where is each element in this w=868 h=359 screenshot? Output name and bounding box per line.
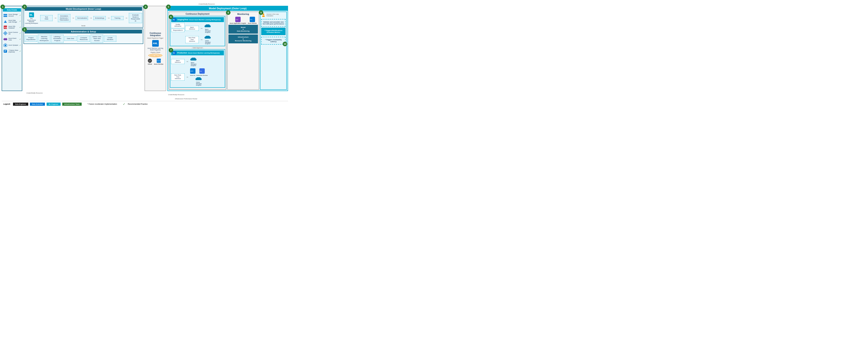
legend-data-scientist: Data Scientist xyxy=(30,103,45,106)
create-modify-right-text: Create/Modify Resources xyxy=(168,94,184,95)
app-insights-label: Azure Application Insights xyxy=(230,23,246,24)
svg-rect-16 xyxy=(4,50,6,51)
svg-text:ML: ML xyxy=(30,14,33,16)
section-number-2: 2 xyxy=(22,27,27,32)
batch-inference-row: BatchInference → BatchManagedEndpoint xyxy=(185,24,212,33)
svg-text:SQL: SQL xyxy=(4,26,8,28)
register-model-label: Register Model xyxy=(151,52,160,53)
legend-ml-engineer: ML Engineer xyxy=(46,103,61,106)
legend-label-text: Legend: xyxy=(3,103,10,105)
section-number-8: 8 xyxy=(226,10,230,15)
section-number-4: 4 xyxy=(143,4,148,9)
legend-check-icon: ✓ xyxy=(123,102,125,106)
azure-monitor-item: Mon Azure Monitor xyxy=(248,17,257,24)
synapse-icon xyxy=(3,43,8,48)
admin-box: 2 Administration & Setup ProjectReposito… xyxy=(24,28,143,44)
inner-dev-row: ML DevSecure Azure MachineLearning Works… xyxy=(25,12,142,24)
monitor-icons-row: AppI Azure Application Insights Mon Azur… xyxy=(228,17,258,24)
create-modify-label: Create/Modify Resources xyxy=(22,92,126,96)
alerts-box: 9 Human in the Loop Evaluation Validate … xyxy=(260,11,287,90)
arrow-batch-prod: → xyxy=(186,60,189,63)
svg-rect-10 xyxy=(4,38,5,40)
data-item-sql: SQL Azure SQL Database ✓ xyxy=(3,25,21,30)
cd-box: Continuous Deployment 6 ML Staging/Test … xyxy=(169,11,226,90)
legend-future-note: * Future Accelerator Implementation xyxy=(87,103,117,105)
staging-subtitle: Secure Azure Machine Learning Workspace(… xyxy=(189,19,221,21)
model-data-monitoring: Model&Data Monitoring xyxy=(228,25,258,34)
outer-loop-box: 5 Model Deployment (Outer Loop) Continuo… xyxy=(167,6,288,91)
realtime-inference-box-staging: Near Real-TimeInference xyxy=(185,36,199,43)
devops-label: Azure DevOps xyxy=(154,63,163,65)
section-number-6: 6 xyxy=(169,15,173,19)
github-item: GH Github xyxy=(147,58,152,65)
section-number-3: 3 xyxy=(22,4,27,9)
admin-flow: ProjectRepositories MachineLearningWorks… xyxy=(25,35,142,43)
github-label: Github xyxy=(147,63,152,65)
section-number-5: 5 xyxy=(166,4,171,9)
dev-label-area: ML DevSecure Azure MachineLearning Works… xyxy=(25,12,38,24)
sql-label: Azure SQL Database xyxy=(8,26,19,29)
realtime-inference-prod: Near Real-TimeInference xyxy=(171,74,185,80)
arrow-2: → xyxy=(71,16,74,20)
eventhubs-icon xyxy=(3,37,8,42)
datalake-icon xyxy=(3,19,8,24)
cosmos-check: ✓ xyxy=(20,32,21,34)
data-item-eventhubs: Azure Event Hubs ✓ xyxy=(3,37,21,42)
ci-box: 4 Continuous Integration Model Registere… xyxy=(145,6,166,91)
synapse-label: Azure Synapse xyxy=(8,45,18,46)
batch-inference-prod-row: BatchInference → BatchManagedEndpoint xyxy=(171,57,208,66)
svg-text:DevOps: DevOps xyxy=(157,60,161,62)
production-box: 7 ML Production Secure Azure Machine Lea… xyxy=(170,49,225,88)
svg-rect-11 xyxy=(5,38,6,40)
flow-evaluate: EvaluateModel &Responsible AI xyxy=(129,13,142,23)
sql-icon: SQL xyxy=(3,25,8,30)
data-item-cosmos: Azure Cosmos DB ✓ xyxy=(3,31,21,36)
arrow-1: → xyxy=(54,16,57,20)
legend-bar: Legend: Data Engineer Data Scientist ML … xyxy=(2,101,288,107)
middle-area: 3 Model Development (Inner Loop) ML DevS… xyxy=(24,6,143,91)
flow-annotators: AnnotatorsSentences /Tokenization xyxy=(58,14,70,22)
flow-embeddings: Embeddings xyxy=(93,16,106,20)
staging-title: Staging/Test xyxy=(177,19,188,21)
outer-loop-content: Continuous Deployment 6 ML Staging/Test … xyxy=(168,11,288,91)
ci-title: Continuous Integration xyxy=(146,32,165,36)
flow-training: Training xyxy=(111,16,124,20)
storage-check: ✓ xyxy=(20,14,21,16)
ml-workspace-icon: ML xyxy=(29,12,34,18)
app-insights-item: AppI Azure Application Insights xyxy=(230,17,246,24)
svg-text:AML: AML xyxy=(153,42,158,45)
ci-icon-row: GH Github DevOps Azure DevOps xyxy=(147,58,163,65)
gated-approval-label: ↓ Gated Approval ↓ xyxy=(170,47,225,49)
batch-endpoint-label: BatchManagedEndpoint xyxy=(205,29,211,33)
arrow-batch: → xyxy=(200,27,203,30)
section-number-9: 9 xyxy=(259,10,263,15)
arrow-4: → xyxy=(107,16,110,20)
staging-content: QualityAssurance Responsible AI BatchInf… xyxy=(171,23,224,45)
datalake-check: ✓ xyxy=(20,20,21,22)
data-estate-box: 1 Data Estate Azure Storage Account ✓ Az… xyxy=(2,6,22,91)
spacer2 xyxy=(226,92,288,96)
production-subtitle: Secure Azure Machine Learning Workspace(… xyxy=(188,52,220,54)
svg-text:K8s: K8s xyxy=(200,71,202,72)
arrow-realtime-prod: → xyxy=(186,75,189,79)
legend-data-engineer: Data Engineer xyxy=(13,103,28,106)
azure-monitor-label: Azure Monitor xyxy=(248,23,257,24)
admin-ml-workspaces: MachineLearningWorkspaces xyxy=(38,35,50,43)
storage-label: Azure Storage Account xyxy=(8,13,19,17)
data-item-synapse: Azure Synapse ✓ xyxy=(3,43,21,48)
arrow-5: → xyxy=(125,16,128,20)
data-item-featurestore: * Feature Store (Optional) ✓ xyxy=(3,49,21,54)
staging-title-bar: ML Staging/Test Secure Azure Machine Lea… xyxy=(171,17,224,22)
datalake-label: Azure Data Lake Storage xyxy=(8,20,19,23)
realtime-inference-prod-row: Near Real-TimeInference → ARC Azure Arc xyxy=(171,68,208,86)
svg-rect-1 xyxy=(3,15,7,16)
svg-point-8 xyxy=(5,33,6,34)
svg-text:ML: ML xyxy=(173,52,175,54)
admin-define-user: Define UserTeam andAccess xyxy=(91,35,103,43)
azure-ml-label: Azure Machine Learning Model Registries xyxy=(146,48,165,51)
svg-rect-12 xyxy=(6,38,7,40)
admin-create-monitors: CreateMonitors xyxy=(104,36,116,42)
triggers-availability-block: * Triggers Availability Latency xyxy=(261,37,285,45)
sql-check: ✓ xyxy=(20,26,21,28)
online-endpoint-prod: OnlineManagedEndpoint xyxy=(195,76,203,86)
